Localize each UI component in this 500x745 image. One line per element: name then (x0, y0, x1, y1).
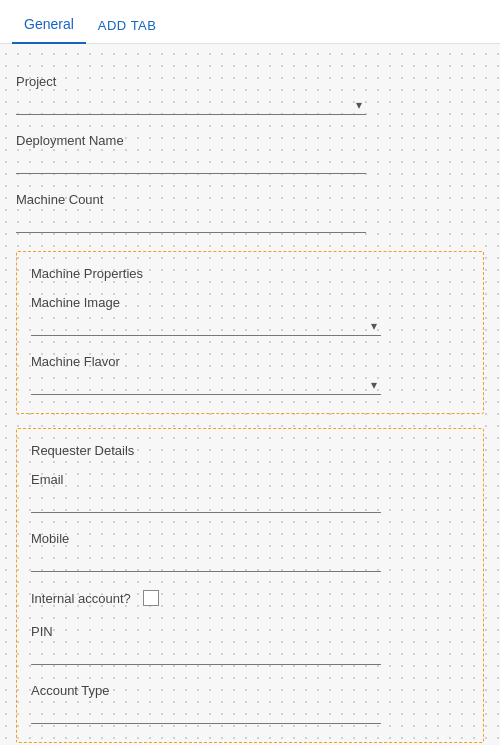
machine-count-field-row: Machine Count (16, 192, 484, 233)
internal-account-row: Internal account? (31, 590, 469, 606)
account-type-label: Account Type (31, 683, 469, 698)
deployment-name-field-row: Deployment Name (16, 133, 484, 174)
email-label: Email (31, 472, 469, 487)
machine-flavor-dropdown-wrap: ▾ (31, 375, 381, 395)
machine-image-dropdown-wrap: ▾ (31, 316, 381, 336)
internal-account-label: Internal account? (31, 591, 131, 606)
tab-bar: General ADD TAB (0, 0, 500, 44)
machine-properties-section: Machine Properties Machine Image ▾ Machi… (16, 251, 484, 414)
mobile-input[interactable] (31, 552, 381, 572)
machine-image-label: Machine Image (31, 295, 469, 310)
tab-add[interactable]: ADD TAB (86, 8, 169, 43)
project-field-row: Project ▾ (16, 60, 484, 115)
mobile-field-row: Mobile (31, 531, 469, 572)
tab-general[interactable]: General (12, 6, 86, 44)
machine-flavor-field-row: Machine Flavor ▾ (31, 354, 469, 395)
deployment-name-input[interactable] (16, 154, 366, 174)
pin-input[interactable] (31, 645, 381, 665)
machine-image-input[interactable] (31, 316, 381, 336)
machine-flavor-input[interactable] (31, 375, 381, 395)
project-label: Project (16, 74, 484, 89)
requester-details-section: Requester Details Email Mobile Internal … (16, 428, 484, 743)
internal-account-checkbox[interactable] (143, 590, 159, 606)
account-type-input[interactable] (31, 704, 381, 724)
machine-flavor-label: Machine Flavor (31, 354, 469, 369)
form-area: Project ▾ Deployment Name Machine Count … (0, 44, 500, 745)
machine-count-input[interactable] (16, 213, 366, 233)
project-dropdown-wrap: ▾ (16, 95, 366, 115)
machine-count-label: Machine Count (16, 192, 484, 207)
page-container: General ADD TAB Project ▾ Deployment Nam… (0, 0, 500, 745)
project-input[interactable] (16, 95, 366, 115)
requester-details-title: Requester Details (31, 443, 469, 458)
machine-image-field-row: Machine Image ▾ (31, 295, 469, 336)
mobile-label: Mobile (31, 531, 469, 546)
deployment-name-label: Deployment Name (16, 133, 484, 148)
email-field-row: Email (31, 472, 469, 513)
machine-properties-title: Machine Properties (31, 266, 469, 281)
account-type-field-row: Account Type (31, 683, 469, 724)
email-input[interactable] (31, 493, 381, 513)
pin-label: PIN (31, 624, 469, 639)
pin-field-row: PIN (31, 624, 469, 665)
